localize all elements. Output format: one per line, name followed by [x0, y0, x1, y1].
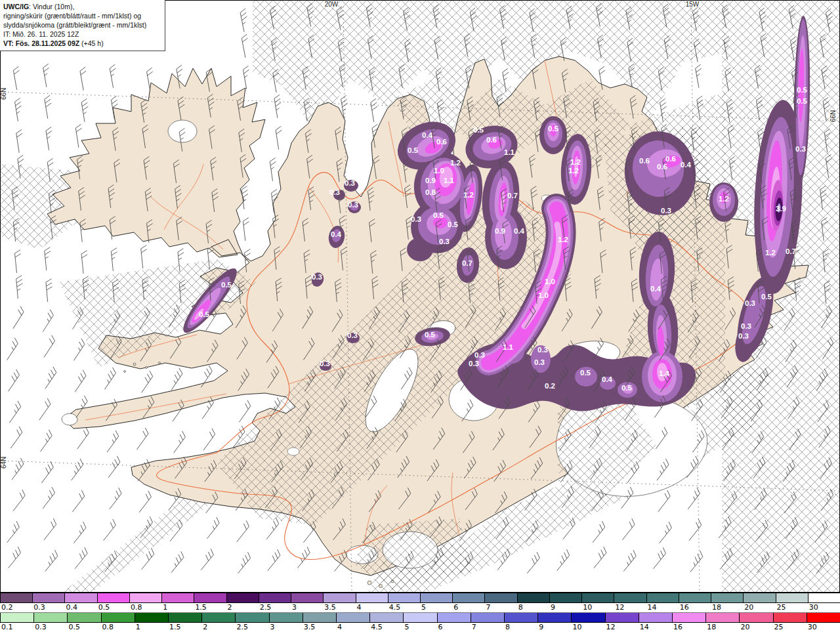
legend-segment	[291, 593, 323, 602]
precip-value-label: 0.6	[639, 157, 650, 165]
legend-tick-label: 10	[583, 603, 592, 612]
legend-segment	[303, 613, 336, 622]
legend-segment	[168, 613, 201, 622]
init-time: IT: Mið. 26. 11. 2025 12Z	[3, 30, 162, 39]
legend-tick-label: 20	[740, 623, 749, 630]
precip-value-label: 1.0	[545, 278, 555, 285]
precip-value-label: 0.3	[741, 322, 751, 330]
legend-segment	[807, 613, 840, 622]
graticule-label: 66N	[830, 110, 837, 122]
legend-tick-label: 0.8	[131, 603, 142, 612]
legend-segment	[420, 593, 452, 602]
legend-tick-label: 0.3	[33, 603, 45, 612]
precip-value-label: 1.0	[538, 291, 549, 299]
precip-value-label: 1.2	[450, 159, 461, 167]
precip-value-label: 0.6	[665, 155, 676, 163]
legend-tick-label: 16	[673, 623, 682, 630]
legend-segment	[201, 613, 235, 622]
valid-time: VT: Fös. 28.11.2025 09Z (+45 h)	[3, 39, 162, 48]
precip-value-label: 0.3	[534, 358, 545, 366]
precip-value-label: 0.3	[795, 145, 806, 153]
legend-segment	[484, 593, 516, 602]
precip-value-label: 1.2	[765, 249, 776, 257]
legend-segment	[101, 613, 135, 622]
precip-value-label: 0.5	[580, 369, 591, 377]
legend-segment	[504, 613, 537, 622]
legend-segment	[97, 593, 129, 602]
precip-value-label: 0.2	[545, 382, 555, 390]
precip-value-label: 0.5	[448, 220, 459, 228]
legend-segment	[135, 613, 168, 622]
model-name: UWC/IG	[3, 3, 29, 10]
title-line-parameters: UWC/IG: Vindur (10m),	[3, 2, 162, 11]
precip-value-label: 0.6	[436, 138, 447, 146]
legend-tick-label: 2.5	[260, 603, 272, 612]
precip-value-label: 0.4	[650, 285, 662, 293]
precip-value-label: 0.4	[602, 375, 613, 383]
legend-tick-label: 1	[136, 623, 140, 630]
graticule-label: 64N	[0, 457, 7, 469]
legend-tick-label: 16	[680, 603, 689, 612]
legend-tick-label: 4.5	[371, 623, 383, 630]
legend-segment	[808, 593, 840, 602]
legend-segment	[605, 613, 639, 622]
precip-value-label: 0.5	[473, 126, 484, 134]
legend-segment	[67, 613, 100, 622]
precip-value-label: 0.3	[474, 351, 485, 359]
precip-value-label: 0.9	[425, 177, 436, 184]
precip-value-label: 0.3	[312, 273, 322, 281]
precip-value-label: 0.5	[199, 310, 210, 318]
legend-segment	[614, 593, 646, 602]
legend-segment	[773, 613, 807, 622]
legend-tick-label: 5	[404, 623, 409, 630]
legend-segment	[776, 593, 808, 602]
title-line-snow-legend: slydda/snjókoma (grátt/bleikt/grænt - mm…	[3, 20, 162, 30]
legend-bar-rain	[0, 612, 840, 623]
precip-value-label: 1.2	[463, 191, 474, 199]
precip-value-label: 0.5	[797, 86, 808, 94]
precip-value-label: 0.5	[548, 125, 559, 133]
legend-segment	[226, 593, 259, 602]
legend-segment	[743, 593, 775, 602]
legend-segment	[679, 593, 711, 602]
legend-tick-label: 1	[163, 603, 167, 612]
legend-segment	[403, 613, 436, 622]
precip-value-label: 0.5	[425, 331, 436, 339]
legend-segment	[194, 593, 226, 602]
legend-segment	[437, 613, 471, 622]
legend-tick-label: 7	[472, 623, 476, 630]
precip-value-label: 0.4	[681, 161, 692, 169]
legend-segment	[336, 613, 369, 622]
precip-value-label: 1.1	[504, 148, 515, 156]
legend-tick-label: 0.5	[68, 623, 80, 630]
legend-tick-label: 30	[809, 603, 818, 612]
precip-value-label: 1.4	[659, 369, 670, 377]
weather-forecast-map: 0.40.60.50.50.61.11.21.00.91.10.81.20.70…	[0, 0, 840, 630]
legend-tick-label: 8	[505, 623, 510, 630]
legend-tick-label: 0.4	[66, 603, 77, 612]
precip-value-label: 0.3	[469, 360, 479, 368]
legend-tick-label: 3.5	[304, 623, 316, 630]
legend-tick-label: 0.5	[98, 603, 110, 612]
legend-segment	[711, 593, 743, 602]
legend-tick-label: 0.1	[1, 623, 13, 630]
graticule-label: 15W	[686, 1, 700, 8]
precip-value-label: 0.5	[221, 281, 232, 289]
legend-tick-label: 1.5	[169, 623, 181, 630]
precip-value-label: 0.3	[661, 207, 671, 215]
legend-segment	[64, 593, 96, 602]
legend-segment	[269, 613, 303, 622]
legend-tick-label: 3	[270, 623, 275, 630]
precip-value-label: 1.2	[719, 195, 729, 203]
graticule-label: 20W	[325, 1, 339, 8]
legend-tick-label: 6	[453, 603, 458, 612]
precip-value-label: 0.5	[408, 146, 419, 154]
precip-value-label: 0.3	[347, 331, 358, 339]
legend-segment	[739, 613, 772, 622]
legend-tick-label: 5	[421, 603, 426, 612]
legend-tick-label: 18	[712, 603, 721, 612]
legend-tick-label: 9	[551, 603, 555, 612]
legend-segment	[537, 613, 571, 622]
precip-value-label: 1.2	[568, 167, 579, 175]
precip-value-label: 0.3	[537, 346, 548, 354]
